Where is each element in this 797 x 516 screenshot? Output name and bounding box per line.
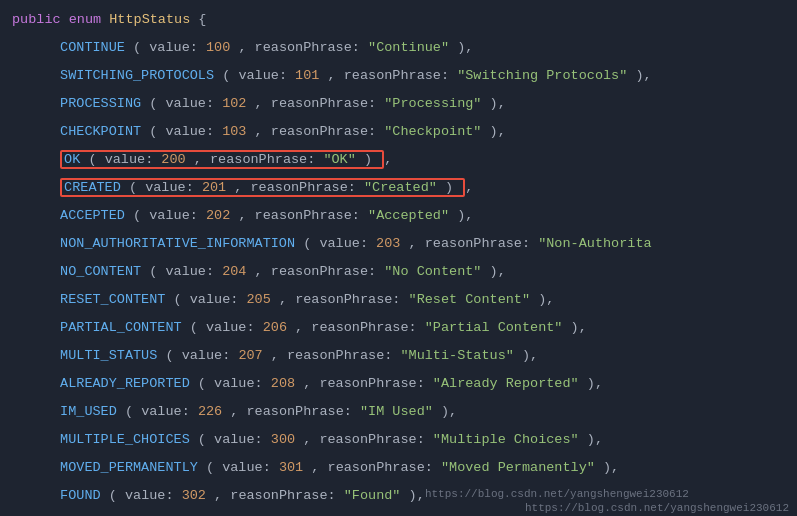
line-continue: CONTINUE ( value: 100 , reasonPhrase: "C… xyxy=(0,34,797,62)
line-switching: SWITCHING_PROTOCOLS ( value: 101 , reaso… xyxy=(0,62,797,90)
keyword-public: public xyxy=(12,12,61,27)
line-already-reported: ALREADY_REPORTED ( value: 208 , reasonPh… xyxy=(0,370,797,398)
enum-name: HttpStatus xyxy=(109,12,190,27)
line-multi-status: MULTI_STATUS ( value: 207 , reasonPhrase… xyxy=(0,342,797,370)
line-multiple-choices: MULTIPLE_CHOICES ( value: 300 , reasonPh… xyxy=(0,426,797,454)
line-checkpoint: CHECKPOINT ( value: 103 , reasonPhrase: … xyxy=(0,118,797,146)
line-im-used: IM_USED ( value: 226 , reasonPhrase: "IM… xyxy=(0,398,797,426)
line-moved-permanently: MOVED_PERMANENTLY ( value: 301 , reasonP… xyxy=(0,454,797,482)
line-processing: PROCESSING ( value: 102 , reasonPhrase: … xyxy=(0,90,797,118)
watermark-text: https://blog.csdn.net/yangshengwei230612 xyxy=(525,502,789,514)
highlighted-ok-box: OK ( value: 200 , reasonPhrase: "OK" ) xyxy=(60,150,384,169)
watermark: https://blog.csdn.net/yangshengwei230612 xyxy=(425,488,689,500)
code-block: public enum HttpStatus { CONTINUE ( valu… xyxy=(0,0,797,516)
line-accepted: ACCEPTED ( value: 202 , reasonPhrase: "A… xyxy=(0,202,797,230)
line-created: CREATED ( value: 201 , reasonPhrase: "Cr… xyxy=(0,174,797,202)
line-reset-content: RESET_CONTENT ( value: 205 , reasonPhras… xyxy=(0,286,797,314)
line-no-content: NO_CONTENT ( value: 204 , reasonPhrase: … xyxy=(0,258,797,286)
line-partial-content: PARTIAL_CONTENT ( value: 206 , reasonPhr… xyxy=(0,314,797,342)
line-non-auth: NON_AUTHORITATIVE_INFORMATION ( value: 2… xyxy=(0,230,797,258)
keyword-enum: enum xyxy=(69,12,101,27)
line-ok: OK ( value: 200 , reasonPhrase: "OK" ) , xyxy=(0,146,797,174)
highlighted-created-box: CREATED ( value: 201 , reasonPhrase: "Cr… xyxy=(60,178,465,197)
line-class-declaration: public enum HttpStatus { xyxy=(0,6,797,34)
